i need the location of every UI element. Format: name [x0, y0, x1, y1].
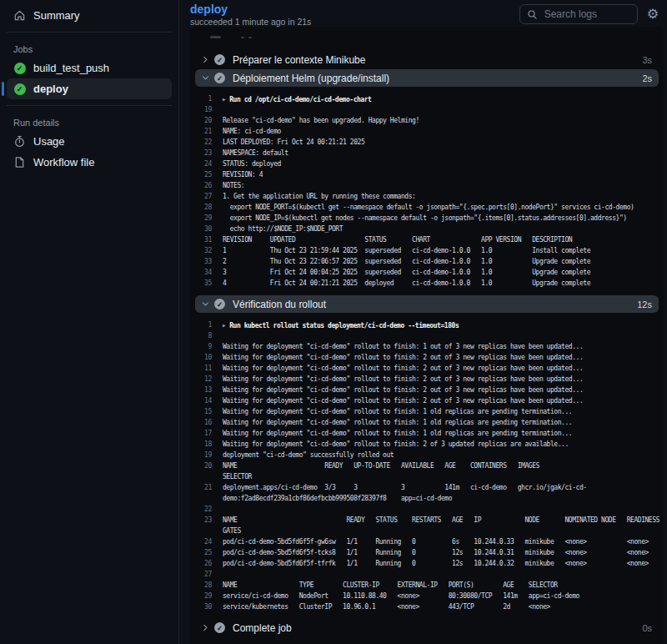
log-line-number[interactable]: 34	[193, 267, 212, 278]
clipped-step-row	[193, 28, 660, 50]
step-row[interactable]: ✓Déploiement Helm (upgrade/install)2s	[195, 69, 659, 87]
log-line-number[interactable]	[193, 493, 212, 504]
log-line-number[interactable]: 21	[193, 126, 212, 137]
log-line-number[interactable]: 35	[193, 278, 212, 289]
log-line-number[interactable]: 18	[193, 439, 212, 450]
log-line-text: deployment.apps/ci-cd-demo 3/3 3 3 141m …	[223, 482, 587, 493]
log-line-text: Waiting for deployment "ci-cd-demo" roll…	[223, 385, 583, 395]
log-line-number[interactable]: 14	[193, 395, 212, 406]
log-line-number[interactable]: 20	[193, 115, 212, 126]
log-line-number[interactable]: 26	[193, 558, 212, 569]
log-line-number[interactable]: 12	[193, 374, 212, 385]
log-line-number[interactable]: 28	[193, 202, 212, 213]
log-line-text: pod/ci-cd-demo-5bd5fd6f5f-tcks8 1/1 Runn…	[223, 547, 649, 558]
log-line-number[interactable]: 20	[193, 460, 212, 471]
log-line-number[interactable]: 22	[193, 137, 212, 148]
command-text: Run cd /opt/ci-cd-demo/ci-cd-demo-chart	[229, 96, 371, 103]
log-line: 271. Get the application URL by running …	[193, 191, 660, 202]
log-line-text: 3 Fri Oct 24 00:04:25 2025 superseded ci…	[223, 267, 590, 278]
log-line-number[interactable]: 24	[193, 536, 212, 547]
log-line: 31REVISION UPDATED STATUS CHART APP VERS…	[193, 234, 660, 245]
search-logs-input[interactable]	[543, 8, 630, 21]
log-line-text: Waiting for deployment "ci-cd-demo" roll…	[223, 374, 583, 385]
log-line-text: Release "ci-cd-demo" has been upgraded. …	[223, 115, 419, 126]
log-line-number[interactable]: 27	[193, 191, 212, 202]
log-line-number[interactable]: 30	[193, 224, 212, 234]
log-line-number[interactable]: 16	[193, 417, 212, 428]
log-line: 19	[193, 104, 660, 115]
step-title: Préparer le contexte Minikube	[233, 54, 635, 66]
log-line-number[interactable]: 28	[193, 580, 212, 591]
log-line-text: 2 Thu Oct 23 22:06:57 2025 superseded ci…	[223, 256, 590, 267]
chevron-right-icon[interactable]	[202, 56, 210, 63]
log-line-number[interactable]: 25	[193, 547, 212, 558]
success-check-icon: ✓	[13, 83, 26, 95]
log-line: 18Waiting for deployment "ci-cd-demo" ro…	[193, 439, 660, 450]
sidebar-item-workflow-file[interactable]: Workflow file	[7, 152, 172, 173]
log-line-number[interactable]: 21	[193, 482, 212, 493]
log-line-number[interactable]: 25	[193, 169, 212, 180]
log-line-number[interactable]: 29	[193, 213, 212, 224]
log-line: demo:f2ad8ecdf239a1cbf86defbcbb999508f28…	[193, 493, 660, 504]
sidebar-item-label: Usage	[33, 135, 65, 148]
chevron-down-icon[interactable]	[202, 300, 210, 308]
log-line-number[interactable]: 1	[193, 93, 212, 104]
log-line-number[interactable]: 23	[193, 515, 212, 526]
log-line-number[interactable]: 13	[193, 385, 212, 395]
log-line: 1▶Run cd /opt/ci-cd-demo/ci-cd-demo-char…	[193, 93, 660, 104]
log-line: 29 export NODE_IP=$(kubectl get nodes --…	[193, 213, 660, 224]
job-title-link[interactable]: deploy	[190, 3, 311, 16]
log-line-number[interactable]: 32	[193, 245, 212, 256]
log-line-number[interactable]: 9	[193, 341, 212, 352]
sidebar-item-summary[interactable]: Summary	[7, 5, 172, 26]
log-line-text: export NODE_PORT=$(kubectl get --namespa…	[223, 202, 634, 213]
log-line-number[interactable]: 30	[193, 601, 212, 612]
sidebar-item-build-test-push[interactable]: ✓ build_test_push	[7, 58, 172, 78]
log-line: 19deployment "ci-cd-demo" successfully r…	[193, 450, 660, 460]
log-line-number[interactable]: 31	[193, 234, 212, 245]
log-line-number[interactable]	[193, 526, 212, 536]
log-line-number[interactable]: 19	[193, 104, 212, 115]
log-line: 21deployment.apps/ci-cd-demo 3/3 3 3 141…	[193, 482, 660, 493]
log-line-text: NAME READY STATUS RESTARTS AGE IP NODE N…	[223, 515, 659, 526]
sidebar-item-usage[interactable]: Usage	[7, 131, 172, 152]
log-settings-gear-icon[interactable]: ⚙	[647, 8, 659, 21]
sidebar-item-deploy[interactable]: ✓ deploy	[7, 78, 172, 99]
workflow-run-page: Summary Jobs ✓ build_test_push ✓ deploy …	[0, 0, 667, 644]
log-line-number[interactable]: 24	[193, 158, 212, 169]
log-line-text: Waiting for deployment "ci-cd-demo" roll…	[223, 363, 583, 374]
log-line-number[interactable]: 26	[193, 180, 212, 191]
log-line-text: ▶Run kubectl rollout status deployment/c…	[223, 319, 459, 330]
log-line-number[interactable]: 23	[193, 148, 212, 158]
log-line-number[interactable]: 29	[193, 591, 212, 601]
log-line-number[interactable]: 19	[193, 450, 212, 460]
stopwatch-icon	[13, 135, 26, 148]
log-line-number[interactable]: 22	[193, 504, 212, 515]
log-line-text: GATES	[223, 526, 241, 536]
log-line-number[interactable]	[193, 471, 212, 482]
log-line: 23NAMESPACE: default	[193, 148, 660, 158]
log-line-number[interactable]: 8	[193, 330, 212, 341]
log-line: 29service/ci-cd-demo NodePort 10.110.88.…	[193, 591, 660, 601]
log-line-number[interactable]: 27	[193, 569, 212, 580]
step-row[interactable]: ✓Vérification du rollout12s	[195, 295, 659, 313]
job-name: build_test_push	[33, 62, 109, 74]
log-line: 26NOTES:	[193, 180, 660, 191]
log-line-number[interactable]: 10	[193, 352, 212, 363]
log-line-number[interactable]: 1	[193, 319, 212, 330]
log-line-number[interactable]: 17	[193, 428, 212, 439]
search-logs-box[interactable]	[519, 4, 638, 24]
chevron-down-icon[interactable]	[202, 74, 210, 82]
chevron-right-icon[interactable]	[202, 624, 210, 631]
log-line: 27	[193, 569, 660, 580]
log-line-number[interactable]: 15	[193, 406, 212, 417]
jobs-section-label: Jobs	[7, 38, 172, 58]
log-line-text: NAME: ci-cd-demo	[223, 126, 281, 137]
log-line: 25pod/ci-cd-demo-5bd5fd6f5f-tcks8 1/1 Ru…	[193, 547, 660, 558]
log-line-number[interactable]: 33	[193, 256, 212, 267]
step-row[interactable]: ✓Préparer le contexte Minikube3s	[195, 51, 659, 68]
log-line-number[interactable]: 11	[193, 363, 212, 374]
clipped-row-artifact	[210, 36, 221, 38]
step-duration: 2s	[642, 73, 652, 83]
step-row[interactable]: ✓Complete job0s	[195, 619, 659, 636]
